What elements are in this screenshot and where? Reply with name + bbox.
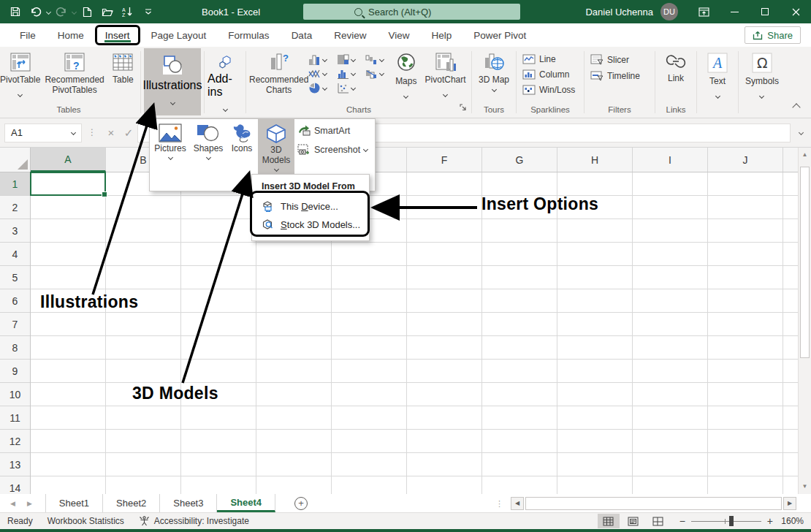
ribbon-tab[interactable]: Review bbox=[323, 23, 377, 47]
row-header[interactable]: 14 bbox=[0, 476, 30, 494]
sheet-tab[interactable]: Sheet3 bbox=[160, 494, 217, 512]
vertical-scroll-thumb[interactable] bbox=[800, 167, 810, 358]
scroll-down-icon[interactable]: ▼ bbox=[799, 481, 811, 493]
combo-chart-button[interactable] bbox=[365, 68, 389, 79]
ribbon-tab[interactable]: Home bbox=[47, 23, 95, 47]
row-header[interactable]: 1 bbox=[0, 172, 30, 196]
timeline-button[interactable]: Timeline bbox=[587, 69, 643, 83]
column-header[interactable]: I bbox=[633, 148, 708, 172]
customize-qat-chevron-icon[interactable] bbox=[139, 2, 158, 21]
histogram-chart-button[interactable] bbox=[337, 68, 361, 79]
row-header[interactable]: 4 bbox=[0, 243, 30, 266]
recommended-charts-button[interactable]: ? Recommended Charts bbox=[249, 48, 308, 95]
sheet-tab[interactable]: Sheet4 bbox=[217, 494, 275, 512]
line-chart-button[interactable] bbox=[308, 68, 332, 79]
this-device-item[interactable]: This Device... bbox=[252, 197, 369, 216]
screenshot-button[interactable]: Screenshot bbox=[294, 142, 370, 156]
column-header[interactable]: A bbox=[31, 148, 106, 172]
charts-dialog-launcher-icon[interactable] bbox=[460, 101, 467, 114]
close-button[interactable] bbox=[780, 0, 811, 23]
new-sheet-button[interactable]: + bbox=[294, 497, 308, 510]
normal-view-button[interactable] bbox=[598, 514, 620, 528]
addins-button[interactable]: Add-ins bbox=[207, 48, 243, 115]
hierarchy-chart-button[interactable] bbox=[337, 54, 361, 65]
pie-chart-button[interactable] bbox=[308, 82, 332, 94]
table-button[interactable]: Table bbox=[109, 48, 137, 85]
smartart-button[interactable]: SmartArt bbox=[294, 123, 370, 137]
waterfall-chart-button[interactable] bbox=[365, 54, 389, 65]
zoom-in-button[interactable]: + bbox=[767, 515, 773, 527]
vertical-scrollbar[interactable]: ▲ ▼ bbox=[798, 148, 811, 494]
column-header[interactable]: G bbox=[482, 148, 557, 172]
scroll-right-icon[interactable]: ▶ bbox=[783, 497, 796, 510]
pivottable-button[interactable]: PivotTable bbox=[0, 48, 40, 101]
symbols-button[interactable]: Ω Symbols bbox=[745, 48, 779, 102]
link-button[interactable]: Link bbox=[664, 48, 688, 83]
ribbon-tab[interactable]: Page Layout bbox=[140, 23, 218, 47]
select-all-corner[interactable] bbox=[0, 148, 31, 172]
ribbon-tab[interactable]: Insert bbox=[95, 25, 140, 45]
column-header[interactable]: H bbox=[557, 148, 633, 172]
undo-menu-chevron-icon[interactable] bbox=[46, 9, 51, 14]
splitter-grip[interactable]: ⋮ bbox=[495, 502, 503, 505]
ribbon-tab[interactable]: Help bbox=[420, 23, 462, 47]
3d-map-button[interactable]: 3D Map bbox=[479, 48, 509, 91]
collapse-ribbon-icon[interactable] bbox=[792, 103, 800, 111]
row-header[interactable]: 2 bbox=[0, 196, 30, 219]
zoom-out-button[interactable]: − bbox=[679, 515, 685, 527]
ribbon-tab[interactable]: View bbox=[377, 23, 420, 47]
undo-icon[interactable] bbox=[26, 2, 45, 21]
ribbon-tab[interactable]: Formulas bbox=[217, 23, 280, 47]
save-icon[interactable] bbox=[6, 2, 25, 21]
avatar[interactable]: DU bbox=[660, 3, 678, 20]
zoom-level[interactable]: 160% bbox=[776, 516, 804, 526]
scroll-up-icon[interactable]: ▲ bbox=[799, 149, 811, 161]
scatter-chart-button[interactable] bbox=[337, 83, 361, 94]
sparkline-column-button[interactable]: Column bbox=[519, 68, 572, 81]
recommended-pivottables-button[interactable]: ? Recommended PivotTables bbox=[43, 48, 105, 95]
ribbon-tab[interactable]: Power Pivot bbox=[462, 23, 537, 47]
ribbon-tab[interactable]: File bbox=[9, 23, 47, 47]
maximize-button[interactable] bbox=[750, 0, 780, 23]
name-box-chevron-icon[interactable] bbox=[71, 130, 76, 135]
column-header[interactable]: F bbox=[407, 148, 482, 172]
row-header[interactable]: 8 bbox=[0, 336, 30, 360]
new-file-icon[interactable] bbox=[77, 2, 96, 21]
sparkline-line-button[interactable]: Line bbox=[519, 53, 559, 66]
sheet-tab[interactable]: Sheet2 bbox=[103, 494, 160, 512]
row-header[interactable]: 13 bbox=[0, 453, 30, 476]
row-header[interactable]: 11 bbox=[0, 406, 30, 430]
page-break-preview-button[interactable] bbox=[647, 514, 669, 528]
grid-cells[interactable] bbox=[31, 172, 798, 494]
ribbon-display-options-icon[interactable] bbox=[688, 0, 719, 23]
pictures-button[interactable]: Pictures bbox=[150, 119, 191, 159]
icons-button[interactable]: Icons bbox=[226, 119, 258, 154]
illustrations-button[interactable]: Illustrations bbox=[144, 48, 201, 115]
horizontal-scrollbar[interactable]: ⋮ ◀ ▶ bbox=[495, 496, 796, 510]
selected-cell-a1[interactable] bbox=[30, 172, 106, 196]
row-header[interactable]: 3 bbox=[0, 219, 30, 243]
expand-formula-bar-icon[interactable] bbox=[793, 123, 808, 142]
text-button[interactable]: A Text bbox=[707, 48, 728, 102]
sheet-tab[interactable]: Sheet1 bbox=[45, 494, 103, 512]
row-header[interactable]: 6 bbox=[0, 289, 30, 313]
stock-3d-models-item[interactable]: Stock 3D Models... bbox=[252, 216, 369, 234]
row-header[interactable]: 7 bbox=[0, 313, 30, 336]
slicer-button[interactable]: Slicer bbox=[587, 53, 632, 66]
search-input[interactable]: Search (Alt+Q) bbox=[303, 4, 520, 20]
sort-az-icon[interactable]: AZ bbox=[118, 2, 137, 21]
row-header[interactable]: 10 bbox=[0, 383, 30, 406]
row-header[interactable]: 5 bbox=[0, 266, 30, 289]
zoom-slider-handle[interactable] bbox=[729, 516, 734, 526]
maps-button[interactable]: Maps bbox=[389, 48, 422, 102]
minimize-button[interactable] bbox=[719, 0, 750, 23]
row-header[interactable]: 9 bbox=[0, 360, 30, 383]
3d-models-button[interactable]: 3D Models bbox=[258, 119, 294, 175]
horizontal-scroll-thumb[interactable] bbox=[525, 497, 782, 510]
sheet-nav-arrows[interactable]: ◀▶ bbox=[0, 500, 45, 507]
name-box[interactable]: A1 bbox=[4, 123, 82, 142]
pivotchart-button[interactable]: PivotChart bbox=[422, 48, 468, 101]
row-header[interactable]: 12 bbox=[0, 430, 30, 453]
shapes-button[interactable]: Shapes bbox=[191, 119, 226, 159]
user-name[interactable]: Daniel Uchenna bbox=[585, 7, 653, 18]
